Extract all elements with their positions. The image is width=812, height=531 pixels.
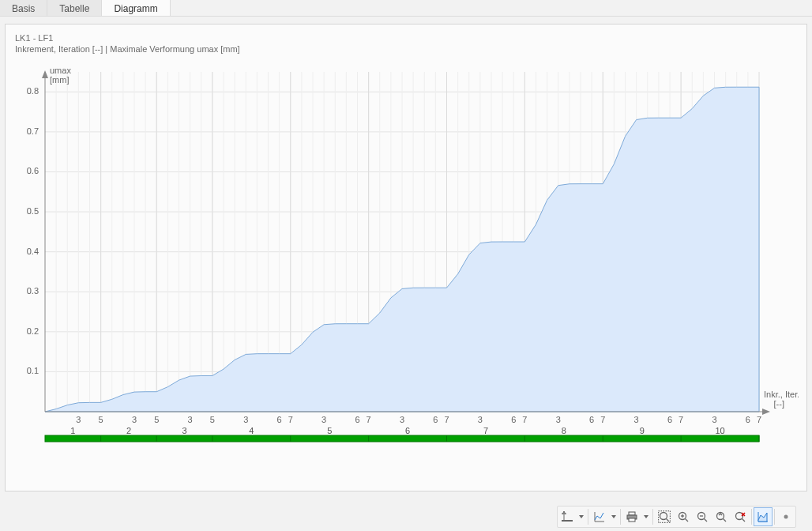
svg-text:3: 3 bbox=[556, 415, 561, 424]
svg-text:0.7: 0.7 bbox=[27, 126, 39, 136]
chart-panel: LK1 - LF1 Inkrement, Iteration [--] | Ma… bbox=[5, 24, 807, 491]
svg-text:7: 7 bbox=[600, 415, 605, 424]
increment-number: 9 bbox=[640, 426, 645, 435]
svg-marker-91 bbox=[42, 70, 48, 78]
svg-text:[--]: [--] bbox=[774, 399, 784, 409]
svg-text:0.1: 0.1 bbox=[27, 366, 39, 375]
svg-text:[mm]: [mm] bbox=[50, 75, 69, 85]
increment-number: 7 bbox=[483, 426, 488, 435]
separator bbox=[588, 509, 588, 525]
svg-text:3: 3 bbox=[132, 415, 137, 424]
zoom-clear-button[interactable] bbox=[731, 507, 750, 526]
separator bbox=[774, 509, 775, 525]
svg-text:Inkr., Iter.: Inkr., Iter. bbox=[764, 390, 799, 399]
svg-text:5: 5 bbox=[210, 415, 215, 424]
svg-text:3: 3 bbox=[76, 415, 81, 424]
chart-svg: 0.10.20.30.40.50.60.70.8umax[mm]Inkr., I… bbox=[13, 64, 799, 467]
svg-text:3: 3 bbox=[321, 415, 326, 424]
svg-text:6: 6 bbox=[277, 415, 282, 424]
svg-text:6: 6 bbox=[589, 415, 594, 424]
print-dropdown[interactable] bbox=[641, 507, 651, 526]
svg-text:3: 3 bbox=[400, 415, 404, 424]
svg-text:3: 3 bbox=[188, 415, 193, 424]
separator bbox=[652, 509, 653, 525]
svg-marker-144 bbox=[644, 515, 648, 518]
zoom-in-button[interactable] bbox=[674, 507, 693, 526]
svg-text:3: 3 bbox=[634, 415, 639, 424]
separator bbox=[620, 509, 621, 525]
increment-bar bbox=[45, 435, 759, 442]
svg-text:7: 7 bbox=[367, 415, 371, 424]
svg-text:0.2: 0.2 bbox=[27, 326, 39, 336]
svg-text:0.4: 0.4 bbox=[27, 247, 39, 256]
svg-point-161 bbox=[784, 515, 788, 519]
increment-number: 2 bbox=[126, 426, 131, 435]
increment-number: 1 bbox=[70, 426, 75, 435]
svg-rect-141 bbox=[629, 512, 635, 515]
svg-text:umax: umax bbox=[50, 66, 71, 75]
select-mode-dropdown[interactable] bbox=[577, 507, 586, 526]
options-button[interactable] bbox=[776, 507, 795, 526]
svg-text:7: 7 bbox=[444, 415, 449, 424]
svg-text:6: 6 bbox=[746, 415, 750, 424]
svg-text:3: 3 bbox=[478, 415, 483, 424]
select-mode-button[interactable] bbox=[558, 507, 577, 526]
zoom-all-button[interactable] bbox=[655, 507, 674, 526]
separator bbox=[751, 509, 752, 525]
svg-text:6: 6 bbox=[511, 415, 516, 424]
svg-text:7: 7 bbox=[522, 415, 527, 424]
tab-diagramm[interactable]: Diagramm bbox=[102, 0, 170, 16]
svg-text:7: 7 bbox=[757, 415, 761, 424]
svg-text:3: 3 bbox=[243, 415, 248, 424]
toolbar bbox=[557, 506, 796, 528]
increment-number: 3 bbox=[182, 426, 187, 435]
svg-text:6: 6 bbox=[667, 415, 672, 424]
svg-text:3: 3 bbox=[712, 415, 716, 424]
increment-number: 10 bbox=[715, 426, 724, 435]
svg-text:6: 6 bbox=[355, 415, 359, 424]
increment-number: 4 bbox=[249, 426, 254, 435]
svg-marker-92 bbox=[762, 409, 770, 415]
chart-title-block: LK1 - LF1 Inkrement, Iteration [--] | Ma… bbox=[15, 32, 240, 55]
svg-text:7: 7 bbox=[288, 415, 293, 424]
tabbar: Basis Tabelle Diagramm bbox=[0, 0, 812, 17]
print-button[interactable] bbox=[622, 507, 641, 526]
svg-text:0.5: 0.5 bbox=[27, 206, 39, 216]
svg-marker-139 bbox=[579, 515, 584, 518]
svg-line-158 bbox=[742, 519, 746, 522]
svg-line-153 bbox=[705, 519, 708, 522]
svg-rect-143 bbox=[629, 518, 635, 522]
svg-text:0.3: 0.3 bbox=[27, 286, 39, 296]
tab-tabelle[interactable]: Tabelle bbox=[47, 0, 102, 16]
svg-marker-140 bbox=[611, 515, 616, 518]
svg-text:7: 7 bbox=[679, 415, 683, 424]
svg-line-146 bbox=[667, 519, 670, 522]
increment-number: 8 bbox=[562, 426, 566, 435]
svg-text:5: 5 bbox=[154, 415, 159, 424]
zoom-reset-button[interactable] bbox=[712, 507, 731, 526]
chart-type-button[interactable] bbox=[754, 507, 773, 526]
svg-point-145 bbox=[660, 513, 667, 520]
axes-format-button[interactable] bbox=[590, 507, 609, 526]
axes-format-dropdown[interactable] bbox=[609, 507, 618, 526]
svg-text:6: 6 bbox=[433, 415, 438, 424]
tab-basis[interactable]: Basis bbox=[0, 0, 47, 16]
svg-line-149 bbox=[686, 519, 689, 522]
chart-title: LK1 - LF1 bbox=[15, 32, 240, 43]
increment-number: 6 bbox=[405, 426, 410, 435]
zoom-out-button[interactable] bbox=[693, 507, 712, 526]
increment-number: 5 bbox=[327, 426, 332, 435]
chart-area: 0.10.20.30.40.50.60.70.8umax[mm]Inkr., I… bbox=[13, 64, 799, 467]
svg-text:0.8: 0.8 bbox=[27, 86, 39, 96]
svg-text:5: 5 bbox=[99, 415, 103, 424]
chart-subtitle: Inkrement, Iteration [--] | Maximale Ver… bbox=[15, 43, 240, 55]
svg-rect-134 bbox=[562, 520, 573, 522]
svg-text:0.6: 0.6 bbox=[27, 166, 39, 175]
svg-line-156 bbox=[724, 519, 727, 522]
